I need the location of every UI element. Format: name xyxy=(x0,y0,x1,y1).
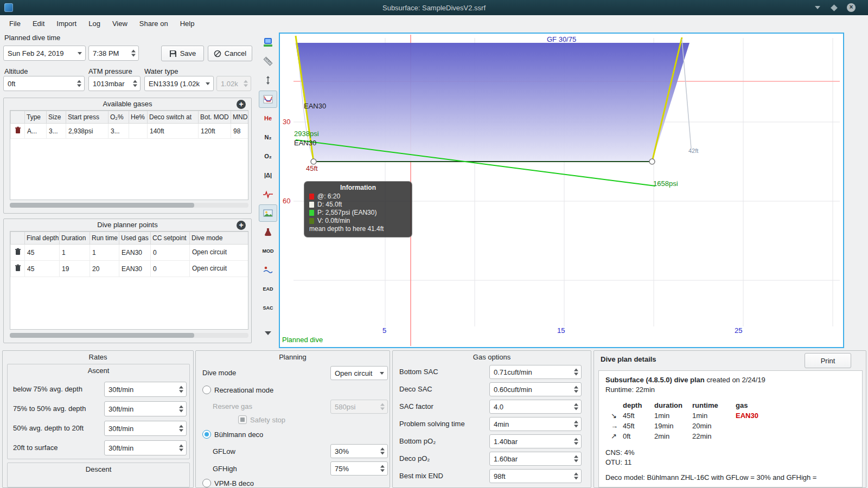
gases-col-mnd[interactable]: MND xyxy=(231,111,249,124)
spin-arrows[interactable] xyxy=(574,421,578,428)
points-scrollbar[interactable] xyxy=(10,333,194,338)
spin-arrows[interactable] xyxy=(131,50,136,57)
buhlmann-deco-radio[interactable] xyxy=(202,430,211,439)
point-setpoint-cell[interactable]: 0 xyxy=(151,245,190,261)
menu-view[interactable]: View xyxy=(106,17,133,30)
altitude-input[interactable]: 0ft xyxy=(3,76,85,91)
points-col-cc-setpoint[interactable]: CC setpoint xyxy=(151,232,190,245)
gases-col-deco-switch[interactable]: Deco switch at xyxy=(148,111,199,124)
spin-arrows[interactable] xyxy=(179,425,183,432)
spin-arrows[interactable] xyxy=(574,369,578,376)
spin-arrows[interactable] xyxy=(380,448,385,455)
point-gas-cell[interactable]: EAN30 xyxy=(119,245,151,261)
water-type-select[interactable]: EN13319 (1.02k xyxy=(144,76,214,91)
rate-input-1[interactable]: 30ft/min xyxy=(104,382,187,397)
gases-col-he[interactable]: He% xyxy=(129,111,148,124)
gas-mnd-cell[interactable]: 98 xyxy=(231,124,249,139)
deco-po2-input[interactable]: 1.60bar xyxy=(489,452,582,466)
shade-button[interactable] xyxy=(813,3,822,12)
gas-deco-switch-cell[interactable]: 140ft xyxy=(148,124,199,139)
points-col-dive-mode[interactable]: Dive mode xyxy=(190,232,249,245)
he-graph-icon[interactable]: He xyxy=(259,110,277,127)
point-runtime-cell[interactable]: 1 xyxy=(90,245,119,261)
menu-share-on[interactable]: Share on xyxy=(133,17,174,30)
spin-arrows[interactable] xyxy=(179,445,183,452)
rate-input-2[interactable]: 30ft/min xyxy=(104,401,187,416)
point-gas-cell[interactable]: EAN30 xyxy=(119,261,151,277)
menu-help[interactable]: Help xyxy=(174,17,201,30)
spin-arrows[interactable] xyxy=(179,406,183,413)
gas-type-cell[interactable]: A... xyxy=(25,124,47,139)
close-button[interactable]: × xyxy=(846,3,856,12)
point-mode-cell[interactable]: Open circuit xyxy=(190,245,249,261)
gas-size-cell[interactable]: 3... xyxy=(47,124,66,139)
print-button[interactable]: Print xyxy=(805,353,851,368)
delete-gas-button[interactable] xyxy=(11,124,25,139)
delta-icon[interactable]: |Δ| xyxy=(259,166,277,184)
recreational-mode-radio[interactable] xyxy=(202,386,211,394)
add-point-button[interactable]: + xyxy=(237,221,246,230)
menu-edit[interactable]: Edit xyxy=(27,17,50,30)
points-col-final-depth[interactable]: Final depth xyxy=(25,232,60,245)
point-setpoint-cell[interactable]: 0 xyxy=(151,261,190,277)
delete-point-button[interactable] xyxy=(11,245,25,261)
n2-graph-icon[interactable]: N₂ xyxy=(259,129,277,146)
problem-time-input[interactable]: 4min xyxy=(489,417,582,431)
dive-profile-chart[interactable]: GF 30/75 30 60 5 15 25 EAN30 2938psi EAN… xyxy=(279,33,844,348)
maximize-button[interactable] xyxy=(829,3,839,12)
menu-import[interactable]: Import xyxy=(50,17,82,30)
delete-point-button[interactable] xyxy=(11,261,25,277)
ceiling-icon[interactable] xyxy=(259,223,277,241)
spin-arrows[interactable] xyxy=(574,386,578,393)
ndl-icon[interactable] xyxy=(259,261,277,279)
point-duration-cell[interactable]: 19 xyxy=(60,261,90,277)
menu-file[interactable]: File xyxy=(3,17,27,30)
dive-mode-select[interactable]: Open circuit xyxy=(330,366,388,380)
gflow-input[interactable]: 30% xyxy=(330,444,388,458)
vpmb-deco-radio[interactable] xyxy=(202,479,211,487)
point-mode-cell[interactable]: Open circuit xyxy=(190,261,249,277)
ead-icon[interactable]: EAD xyxy=(259,280,277,298)
spin-arrows[interactable] xyxy=(380,465,385,472)
planner-handle-2[interactable] xyxy=(649,159,655,164)
gas-o2-cell[interactable]: 3... xyxy=(108,124,129,139)
gases-col-bot-mod[interactable]: Bot. MOD xyxy=(199,111,231,124)
point-duration-cell[interactable]: 1 xyxy=(60,245,90,261)
menu-log[interactable]: Log xyxy=(82,17,106,30)
points-col-duration[interactable]: Duration xyxy=(60,232,90,245)
deco-sac-input[interactable]: 0.60cuft/min xyxy=(489,382,582,396)
gas-bot-mod-cell[interactable]: 120ft xyxy=(199,124,231,139)
save-button[interactable]: Save xyxy=(161,46,204,61)
mod-icon[interactable]: MOD xyxy=(259,242,277,260)
spin-arrows[interactable] xyxy=(77,80,81,87)
expand-more-icon[interactable] xyxy=(259,324,277,342)
edit-profile-icon[interactable] xyxy=(259,91,277,108)
bottom-po2-input[interactable]: 1.40bar xyxy=(489,434,582,448)
gases-col-start-press[interactable]: Start press xyxy=(66,111,108,124)
cancel-button[interactable]: Cancel xyxy=(208,46,252,61)
dive-time-input[interactable]: 7:38 PM xyxy=(88,46,139,61)
gases-col-o2[interactable]: O₂% xyxy=(108,111,129,124)
ruler-icon[interactable] xyxy=(259,53,277,70)
point-depth-cell[interactable]: 45 xyxy=(25,261,60,277)
best-mix-end-input[interactable]: 98ft xyxy=(489,469,582,483)
spin-arrows[interactable] xyxy=(574,403,578,410)
scale-icon[interactable] xyxy=(259,72,277,89)
spin-arrows[interactable] xyxy=(574,438,578,445)
point-depth-cell[interactable]: 45 xyxy=(25,245,60,261)
gfhigh-input[interactable]: 75% xyxy=(330,461,388,476)
spin-arrows[interactable] xyxy=(179,386,183,393)
points-col-run-time[interactable]: Run time xyxy=(90,232,119,245)
bottom-sac-input[interactable]: 0.71cuft/min xyxy=(489,365,582,379)
add-gas-button[interactable]: + xyxy=(237,100,246,109)
gas-he-cell[interactable] xyxy=(129,124,148,139)
photos-icon[interactable] xyxy=(259,204,277,222)
spin-arrows[interactable] xyxy=(133,80,137,87)
spin-arrows[interactable] xyxy=(574,473,578,480)
gases-col-type[interactable]: Type xyxy=(25,111,47,124)
gases-col-size[interactable]: Size xyxy=(47,111,66,124)
point-runtime-cell[interactable]: 20 xyxy=(90,261,119,277)
points-col-used-gas[interactable]: Used gas xyxy=(119,232,151,245)
sac-factor-input[interactable]: 4.0 xyxy=(489,400,582,414)
rate-input-3[interactable]: 30ft/min xyxy=(104,421,187,436)
